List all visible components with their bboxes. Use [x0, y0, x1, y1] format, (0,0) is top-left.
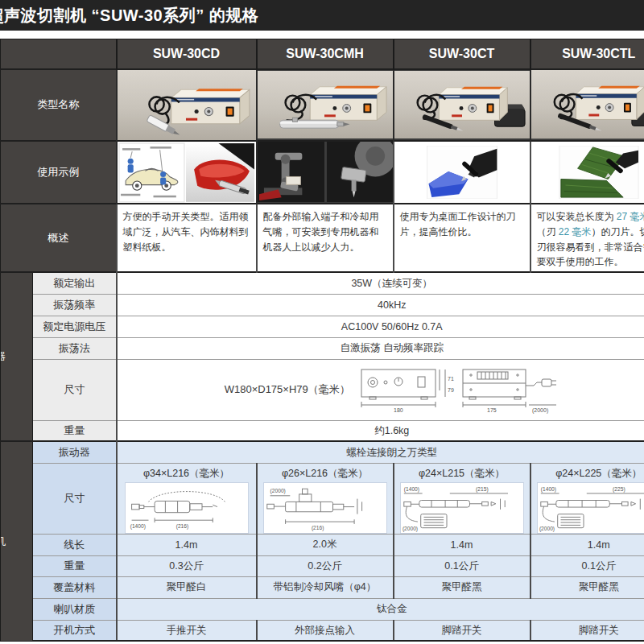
- title-gap: [0, 31, 644, 39]
- row-label-osc-weight: 重量: [33, 420, 117, 441]
- switch-type-row: 开机方式 手推开关 外部接点输入 脚踏开关 脚踏开关: [1, 620, 644, 641]
- row-label-horn-material: 喇叭材质: [33, 598, 117, 620]
- vib-size-text-cd: φ34×L216（毫米）: [118, 464, 256, 482]
- product-photo-cmh-image: [258, 71, 393, 139]
- value-horn-material: 钛合金: [117, 598, 644, 620]
- row-label-vib-size: 尺寸: [33, 463, 117, 534]
- value-cover-cmh: 带铝制冷却风嘴（φ4）: [257, 576, 394, 598]
- row-label-overview: 概述: [1, 204, 117, 272]
- value-switch-cmh: 外部接点输入: [257, 620, 394, 641]
- value-cord-ct: 1.4m: [394, 534, 530, 555]
- svg-text:(225): (225): [613, 486, 625, 493]
- svg-text:71: 71: [448, 376, 454, 382]
- usage-photo-suw30cmh: [257, 141, 394, 204]
- svg-text:(1400): (1400): [541, 486, 556, 493]
- group-char-cutter: 机: [1, 535, 6, 549]
- value-switch-cd: 手推开关: [117, 620, 257, 641]
- row-label-cover-material: 覆盖材料: [33, 576, 117, 598]
- svg-text:(216): (216): [175, 523, 188, 530]
- value-rated-output: 35W（连续可变）: [117, 272, 644, 294]
- vib-drawing-ctl: (1400) (225) (2000): [537, 482, 644, 534]
- vib-size-row: 尺寸 φ34×L216（毫米） (1400) (: [1, 463, 644, 534]
- svg-text:(2000): (2000): [402, 525, 417, 531]
- osc-size-text: W180×D175×H79（毫米）: [225, 382, 350, 397]
- svg-text:180: 180: [394, 407, 403, 413]
- type-name-row: 类型名称: [1, 69, 644, 141]
- vib-size-text-ct: φ24×L215（毫米）: [394, 464, 530, 482]
- column-header-suw30cmh: SUW-30CMH: [257, 39, 394, 69]
- row-label-rated-output: 额定输出: [33, 272, 117, 294]
- row-label-osc-size: 尺寸: [33, 359, 117, 420]
- usage-photo-cd-image: [118, 142, 256, 204]
- product-photo-suw30ct: [394, 69, 530, 141]
- value-vibrator-type: 螺栓连接朗之万类型: [117, 441, 644, 463]
- overview-suw30ct: 使用专为桌面工作设计的刀片，提高性价比。: [394, 204, 530, 272]
- vib-drawing-cd: (1400) (216): [125, 482, 249, 534]
- usage-photo-ct-image: [425, 146, 499, 199]
- svg-text:(1400): (1400): [403, 486, 419, 493]
- svg-text:(2000): (2000): [539, 525, 555, 531]
- value-weight-cd: 0.3公斤: [117, 555, 257, 576]
- vib-drawing-cmh: (2000) (216): [263, 482, 387, 534]
- header-corner-cell: [1, 39, 117, 69]
- product-photo-suw30ctl: [530, 69, 644, 141]
- horn-material-row: 喇叭材质 钛合金: [1, 598, 644, 620]
- osc-freq-row: 振荡频率 40kHz: [1, 294, 644, 316]
- rated-output-row: 器 额定输出 35W（连续可变）: [1, 272, 644, 294]
- svg-text:175: 175: [487, 407, 497, 413]
- vib-weight-row: 重量 0.3公斤 0.2公斤 0.1公斤 0.1公斤: [1, 555, 644, 576]
- value-weight-cmh: 0.2公斤: [257, 555, 394, 576]
- page-title-bar: 超声波切割机 “SUW-30系列” 的规格: [0, 0, 644, 31]
- product-photo-suw30cd: [117, 69, 257, 141]
- product-photo-cd-image: [118, 70, 256, 140]
- value-weight-ct: 0.1公斤: [394, 555, 530, 576]
- value-cord-cd: 1.4m: [117, 534, 257, 555]
- value-switch-ct: 脚踏开关: [394, 620, 530, 641]
- value-cover-cd: 聚甲醛白: [117, 576, 257, 598]
- column-header-suw30ct: SUW-30CT: [394, 39, 530, 69]
- value-switch-ctl: 脚踏开关: [530, 620, 644, 641]
- cord-length-row: 线长 1.4m 2.0米 1.4m 1.4m: [1, 534, 644, 555]
- group-label-oscillator: 器: [1, 272, 33, 441]
- row-label-switch-type: 开机方式: [33, 620, 117, 641]
- osc-dimension-drawing: 180 71 79: [358, 365, 559, 415]
- column-header-suw30ctl: SUW-30CTL: [530, 39, 644, 69]
- usage-photo-suw30cd: [117, 141, 257, 204]
- svg-text:(2000): (2000): [270, 488, 285, 494]
- vib-drawing-cd-svg: (1400) (216): [126, 483, 248, 533]
- product-photo-ctl-image: [531, 70, 644, 138]
- osc-weight-row: 重量 约1.6kg: [1, 420, 644, 441]
- value-cord-cmh: 2.0米: [257, 534, 394, 555]
- osc-size-row: 尺寸 W180×D175×H79（毫米） 180 71: [1, 359, 644, 420]
- row-label-osc-method: 振荡法: [33, 337, 117, 359]
- overview-ctl-highlight-22mm: 22 毫米: [559, 226, 592, 237]
- product-photo-suw30cmh: [257, 69, 394, 141]
- overview-suw30cd: 方便的手动开关类型。适用领域广泛，从汽车、内饰材料到塑料纸板。: [117, 204, 257, 272]
- overview-suw30cmh: 配备外部输入端子和冷却用气嘴，可安装到专用机器和机器人上以减少人力。: [257, 204, 394, 272]
- row-label-vib-weight: 重量: [33, 555, 117, 576]
- overview-ctl-text: 可以安装总长度为: [537, 211, 617, 222]
- overview-suw30ctl: 可以安装总长度为 27 毫米（刃 22 毫米）的刀片。切削刃很容易看到，非常适合…: [530, 204, 644, 272]
- value-cover-ct: 聚甲醛黑: [394, 576, 530, 598]
- svg-text:(1400): (1400): [130, 523, 145, 530]
- usage-example-row: 使用示例: [1, 141, 644, 204]
- svg-text:(2000): (2000): [532, 407, 548, 414]
- row-label-rated-voltage: 额定电源电压: [33, 316, 117, 337]
- value-cord-ctl: 1.4m: [530, 534, 644, 555]
- value-weight-ctl: 0.1公斤: [530, 555, 644, 576]
- usage-photo-suw30ct: [394, 141, 530, 204]
- usage-photo-cmh-image: [258, 142, 393, 202]
- usage-photo-ctl-image: [557, 146, 641, 199]
- table-header-row: SUW-30CD SUW-30CMH SUW-30CT SUW-30CTL: [1, 39, 644, 69]
- vib-size-text-cmh: φ26×L216（毫米）: [258, 464, 393, 482]
- row-label-type-name: 类型名称: [1, 69, 117, 141]
- cover-material-row: 覆盖材料 聚甲醛白 带铝制冷却风嘴（φ4） 聚甲醛黑 聚甲醛黑: [1, 576, 644, 598]
- usage-photo-suw30ctl: [530, 141, 644, 204]
- group-label-cutter: 机: [1, 441, 33, 641]
- vib-drawing-ct: (1400) (215) (2000): [400, 482, 524, 534]
- group-char-oscillator: 器: [1, 349, 6, 364]
- vib-drawing-cmh-svg: (2000) (216): [264, 483, 386, 533]
- vib-size-suw30ctl: φ24×L225（毫米） (1400) (225): [530, 463, 644, 534]
- vib-drawing-ctl-svg: (1400) (225) (2000): [538, 483, 644, 533]
- vib-drawing-ct-svg: (1400) (215) (2000): [401, 483, 523, 533]
